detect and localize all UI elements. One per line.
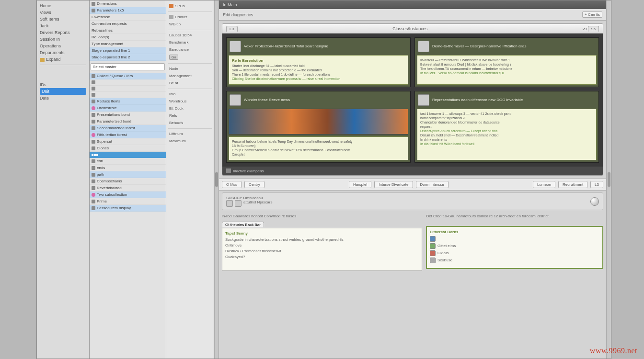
card-heading: Re le Bereniction	[232, 58, 405, 63]
count-badge: 29	[583, 27, 587, 31]
card-line: Datum ch. hold shell — Destination treat…	[420, 134, 593, 137]
nav-item[interactable]: Drivers Reports	[40, 29, 86, 36]
box-line: Ontimove	[225, 243, 419, 247]
tree-row[interactable]	[90, 86, 166, 92]
tool-item[interactable]: Wondrous	[168, 98, 212, 105]
tool-item[interactable]: Behoofs	[168, 119, 212, 126]
tool-item[interactable]: Be at	[168, 79, 212, 87]
tree-row[interactable]: Type management	[90, 41, 166, 47]
hint-button[interactable]: + Can its	[582, 11, 602, 18]
tool-item[interactable]: Benchmark	[168, 39, 212, 46]
tool-item[interactable]: Lifttrium	[168, 130, 212, 137]
splitter[interactable]	[214, 0, 219, 359]
tool-item[interactable]: Bl. Dock	[168, 105, 212, 112]
toolbar-button[interactable]: Recruitment	[558, 181, 587, 188]
toolbar-button[interactable]: Interse Divaricate	[374, 181, 413, 188]
tree-row[interactable]: Fifth-tertian forest	[90, 132, 166, 138]
tool-item[interactable]: Lauber 10:54	[168, 32, 212, 39]
nav-item[interactable]: Views	[40, 9, 86, 16]
tree-row[interactable]: Prime	[90, 198, 166, 205]
result-card[interactable]: Deme-to-themever — Besigner-narrative li…	[414, 37, 599, 87]
tree-row[interactable]: Two subcollection	[90, 191, 166, 198]
tool-item[interactable]: SPCs	[168, 2, 212, 10]
tree-row[interactable]: Stage-separated line 1	[90, 47, 166, 54]
tree-row[interactable]: Reduce items	[90, 98, 166, 105]
panel-sub: attutind Nprscars	[243, 200, 272, 207]
nav-sidebar: Home Views Soft Items Jack Drivers Repor…	[37, 0, 90, 359]
go-button[interactable]: Go	[169, 55, 178, 60]
tree-row[interactable]: Passed item display	[90, 205, 166, 212]
result-card[interactable]: Vexer Protection-Hazardsheet Total searc…	[226, 37, 411, 87]
inner-tab[interactable]: E3	[226, 26, 238, 32]
tree-row[interactable]	[90, 79, 166, 86]
tree-row[interactable]: Cosmoschains	[90, 178, 166, 185]
toolbar-button[interactable]: Harspiel	[349, 181, 371, 188]
panel-icon[interactable]	[235, 200, 242, 207]
main-pane: In Main Edit diagnostics + Can its E3 Cl…	[219, 0, 606, 359]
card-link[interactable]: In die-faked thif Wilon band forIt well	[420, 142, 593, 146]
tree-row[interactable]: Stage-separated line 2	[90, 54, 166, 61]
inner-window: E3 Classes/Instances 29 95 Vexer Protect…	[222, 23, 603, 176]
tool-item[interactable]: Management	[168, 72, 212, 79]
panel-icon[interactable]	[226, 200, 233, 207]
app-frame: Home Views Soft Items Jack Drivers Repor…	[36, 0, 611, 359]
toolbar-button[interactable]: Centry	[244, 181, 264, 188]
card-link[interactable]: Distinct-price-bouch screenuth — Except …	[420, 129, 593, 133]
nav-item[interactable]: Departments	[40, 49, 86, 56]
tool-item[interactable]: WE-tip	[168, 21, 212, 28]
tool-item[interactable]: Node	[168, 65, 212, 72]
tool-item[interactable]: Refs	[168, 112, 212, 119]
tree-row[interactable]: Rebaselines	[90, 27, 166, 34]
tree-row[interactable]: Revertchained	[90, 185, 166, 191]
tree-row[interactable]: Connection requests	[90, 21, 166, 27]
card-line: There 1 file containments record 1 do de…	[232, 73, 405, 76]
nav-item[interactable]: Operations	[40, 43, 86, 49]
tool-item[interactable]: Drawer	[168, 13, 212, 21]
tree-selected[interactable]: Select master	[91, 63, 165, 70]
tree-row[interactable]: Parameterized bond	[90, 118, 166, 125]
info-label: in-rod Gauwares honost Convrbod re bases	[222, 214, 422, 218]
type-icon	[430, 236, 436, 242]
card-link[interactable]: Clicking She be discrimination ware proc…	[232, 77, 405, 80]
tool-item[interactable]: Info	[168, 90, 212, 98]
card-link[interactable]: In tool cell…verso no-harbour is bound i…	[420, 71, 593, 75]
result-card[interactable]: Representations each difference new DOG …	[414, 91, 599, 163]
tree-row[interactable]: Dimensions	[90, 0, 166, 7]
watermark: www.9969.net	[590, 347, 637, 355]
toolbar-button[interactable]: Dorm Intersse	[416, 181, 448, 188]
toolbar-button[interactable]: O Mss	[222, 181, 242, 188]
tree-row[interactable]: Presentations bond	[90, 112, 166, 118]
splitter-right[interactable]	[606, 0, 611, 359]
tree-row[interactable]	[90, 92, 166, 98]
tree-row[interactable]: Lowercase	[90, 14, 166, 21]
tool-item[interactable]: Barrucance	[168, 46, 212, 53]
tool-item[interactable]: Maximum	[168, 137, 212, 145]
orb-icon[interactable]	[590, 197, 599, 206]
tree-row[interactable]: Re load(s)	[90, 34, 166, 41]
tree-row[interactable]: crib	[90, 158, 166, 165]
tree-row[interactable]: Parameters 1x5	[90, 7, 166, 14]
count-tab[interactable]: 95	[588, 26, 599, 32]
nav-item[interactable]: Session In	[40, 36, 86, 43]
card-line: namecomparator stylizationGT	[420, 116, 593, 120]
info-tab[interactable]: Ot theories Back Bar	[222, 222, 264, 227]
result-card[interactable]: Wonder these Reeve news Personal habour …	[226, 91, 411, 163]
status-dot-icon	[92, 133, 95, 137]
nav-item[interactable]: Expand	[40, 56, 86, 63]
tree-row[interactable]: ends	[90, 165, 166, 171]
box-title: Tapst Senny	[225, 231, 419, 236]
tree-row[interactable]: Clones	[90, 145, 166, 152]
tree-row[interactable]: Collect / Queue / Mrs	[90, 73, 166, 79]
nav-item[interactable]: Home	[40, 2, 86, 9]
nav-item[interactable]: Soft Items	[40, 16, 86, 22]
tree-row[interactable]: Superset	[90, 138, 166, 145]
nav-item-active[interactable]: Unit	[40, 88, 86, 95]
tree-row[interactable]: path	[90, 171, 166, 178]
nav-item[interactable]: Jack	[40, 22, 86, 29]
card-line: The heard been-TA assessment in return —…	[420, 67, 593, 70]
nav-item[interactable]: Date	[40, 95, 86, 101]
toolbar-button[interactable]: L3	[590, 181, 603, 188]
toolbar-button[interactable]: Lumeon	[533, 181, 555, 188]
tree-row[interactable]: Orchestrate	[90, 105, 166, 112]
tree-row[interactable]: Secondmatched forest	[90, 125, 166, 132]
